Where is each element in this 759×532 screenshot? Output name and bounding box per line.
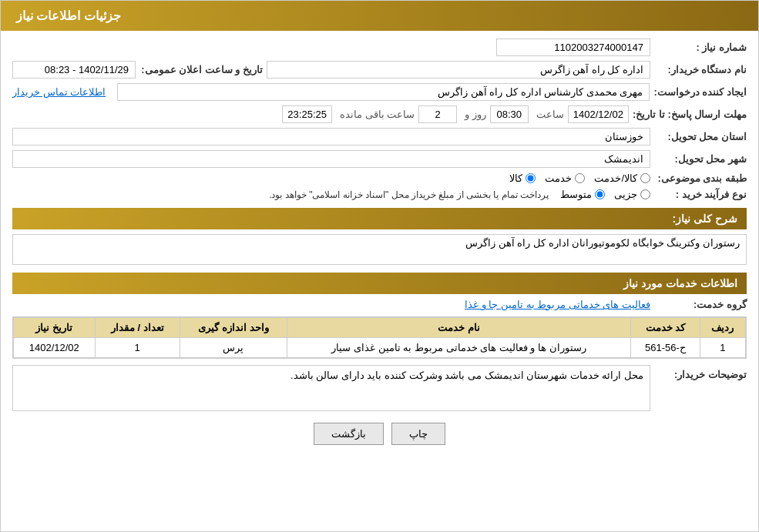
col-code: کد خدمت <box>631 318 700 338</box>
page-title: جزئیات اطلاعات نیاز <box>16 9 121 22</box>
col-tarikh: تاریخ نیاز <box>14 318 96 338</box>
mohlat-row: مهلت ارسال پاسخ: تا تاریخ: 1402/12/02 سا… <box>12 105 747 123</box>
shomara-niaz-value: 1102003274000147 <box>496 38 650 56</box>
radio-jozii-label: جزیی <box>614 189 637 200</box>
radio-khedmat-input[interactable] <box>575 173 585 183</box>
roz-value: 2 <box>418 105 457 123</box>
ijad-konande-label: ایجاد کننده درخواست: <box>653 86 747 98</box>
tarikh-dastgah-row: نام دستگاه خریدار: اداره کل راه آهن زاگر… <box>12 61 747 79</box>
sharh-section-header: شرح کلی نیاز: <box>12 208 747 229</box>
page-container: جزئیات اطلاعات نیاز شماره نیاز : 1102003… <box>0 0 759 532</box>
date-value: 1402/12/02 <box>568 105 629 123</box>
tarikh-aelam-value: 1402/11/29 - 08:23 <box>12 61 136 79</box>
back-button[interactable]: بازگشت <box>314 423 384 445</box>
grooh-khedmat-label: گروه خدمت: <box>654 299 747 310</box>
col-vahed: واحد اندازه گیری <box>180 318 287 338</box>
tozihat-value: محل ارائه خدمات شهرستان اندیمشک می باشد … <box>12 365 650 411</box>
farayand-row: نوع فرآیند خرید : جزیی متوسط پرداخت تمام… <box>12 189 747 200</box>
radio-kala-khedmat: کالا/خدمت <box>594 172 650 184</box>
ostan-row: استان محل تحویل: خوزستان <box>12 128 747 146</box>
saat-label: ساعت <box>536 109 564 120</box>
cell-radif: 1 <box>700 338 745 358</box>
grooh-khedmat-row: گروه خدمت: فعالیت های خدماتی مربوط به تا… <box>12 299 747 310</box>
col-radif: ردیف <box>700 318 745 338</box>
radio-kala-khedmat-label: کالا/خدمت <box>594 172 637 184</box>
sharh-value: رستوران وکترینگ خوابگاه لکوموتیورانان اد… <box>12 234 747 265</box>
nam-dastgah-value: اداره کل راه آهن زاگرس <box>267 61 650 79</box>
content-area: شماره نیاز : 1102003274000147 نام دستگاه… <box>1 31 758 460</box>
saat-value: 08:30 <box>490 105 529 123</box>
ostan-value: خوزستان <box>12 128 650 146</box>
tozihat-label: توضیحات خریدار: <box>654 369 747 380</box>
khedamat-section-header: اطلاعات خدمات مورد نیاز <box>12 273 747 294</box>
sharh-row: رستوران وکترینگ خوابگاه لکوموتیورانان اد… <box>12 234 747 265</box>
ijad-konande-row: ایجاد کننده درخواست: مهری محمدی کارشناس … <box>12 83 747 101</box>
col-name: نام خدمت <box>287 318 630 338</box>
shahr-value: اندیمشک <box>12 150 650 168</box>
shahr-label: شهر محل تحویل: <box>654 153 747 165</box>
farayand-description: پرداخت تمام یا بخشی از مبلغ خریداز محل "… <box>269 189 549 200</box>
mohlat-label: مهلت ارسال پاسخ: تا تاریخ: <box>633 109 747 120</box>
radio-jozii-input[interactable] <box>640 189 650 199</box>
radio-kala-label: کالا <box>509 172 522 184</box>
shomara-niaz-label: شماره نیاز : <box>654 42 747 53</box>
radio-kala-input[interactable] <box>526 173 536 183</box>
ettelaat-tamas-link[interactable]: اطلاعات تماس خریدار <box>12 86 106 98</box>
services-table: ردیف کد خدمت نام خدمت واحد اندازه گیری ت… <box>13 317 746 358</box>
cell-code: ح-56-561 <box>631 338 700 358</box>
table-row: 1 ح-56-561 رستوران ها و فعالیت های خدمات… <box>14 338 746 358</box>
cell-tedad: 1 <box>95 338 180 358</box>
tarikh-aelam-label: تاریخ و ساعت اعلان عمومی: <box>139 64 263 75</box>
radio-jozii: جزیی <box>614 189 650 200</box>
farayand-label: نوع فرآیند خرید : <box>654 189 747 200</box>
tabaqe-row: طبقه بندی موضوعی: کالا/خدمت خدمت کالا <box>12 172 747 184</box>
cell-vahed: پرس <box>180 338 287 358</box>
page-header: جزئیات اطلاعات نیاز <box>1 1 758 31</box>
shahr-row: شهر محل تحویل: اندیمشک <box>12 150 747 168</box>
cell-name: رستوران ها و فعالیت های خدماتی مربوط به … <box>287 338 630 358</box>
cell-tarikh: 1402/12/02 <box>14 338 96 358</box>
saat-mande-label: ساعت باقی مانده <box>340 109 415 120</box>
farayand-radio-group: جزیی متوسط <box>560 189 650 200</box>
radio-khedmat: خدمت <box>545 172 585 184</box>
tozihat-row: توضیحات خریدار: محل ارائه خدمات شهرستان … <box>12 365 747 411</box>
radio-kala-khedmat-input[interactable] <box>640 173 650 183</box>
nam-dastgah-label: نام دستگاه خریدار: <box>654 64 747 75</box>
button-row: چاپ بازگشت <box>12 423 747 445</box>
khedamat-section-title: اطلاعات خدمات مورد نیاز <box>623 277 737 289</box>
radio-khedmat-label: خدمت <box>545 172 572 184</box>
roz-label: روز و <box>465 109 486 120</box>
shomara-niaz-row: شماره نیاز : 1102003274000147 <box>12 38 747 56</box>
radio-motavaset: متوسط <box>560 189 605 200</box>
tabaqe-radio-group: کالا/خدمت خدمت کالا <box>509 172 650 184</box>
grooh-khedmat-value[interactable]: فعالیت های خدماتی مربوط به تامین جا و غذ… <box>465 299 650 310</box>
radio-motavaset-label: متوسط <box>560 189 592 200</box>
services-table-container: ردیف کد خدمت نام خدمت واحد اندازه گیری ت… <box>12 316 747 359</box>
print-button[interactable]: چاپ <box>391 423 445 445</box>
col-tedad: تعداد / مقدار <box>95 318 180 338</box>
ijad-konande-value: مهری محمدی کارشناس اداره کل راه آهن زاگر… <box>117 83 650 101</box>
radio-motavaset-input[interactable] <box>595 189 605 199</box>
sharh-label: شرح کلی نیاز: <box>673 212 737 225</box>
radio-kala: کالا <box>509 172 536 184</box>
saat-mande-value: 23:25:25 <box>282 105 332 123</box>
ostan-label: استان محل تحویل: <box>654 131 747 142</box>
tabaqe-label: طبقه بندی موضوعی: <box>654 172 747 184</box>
